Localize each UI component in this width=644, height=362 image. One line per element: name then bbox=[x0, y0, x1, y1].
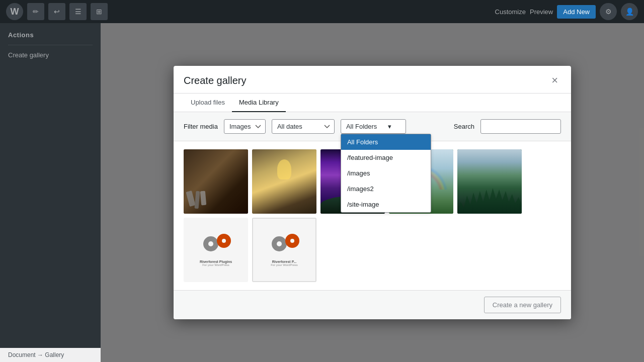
admin-bar-settings-btn[interactable]: ⚙ bbox=[600, 3, 617, 20]
modal-title: Create gallery bbox=[184, 75, 247, 86]
filter-date-select[interactable]: All dates January 2024 February 2024 bbox=[272, 119, 335, 134]
tab-upload-files[interactable]: Upload files bbox=[184, 94, 232, 112]
folder-option-images[interactable]: /images bbox=[341, 165, 431, 181]
wp-logo-text: W bbox=[11, 7, 19, 17]
admin-bar-edit-btn[interactable]: ✏ bbox=[27, 3, 44, 20]
modal-dialog: Create gallery × Upload files Media Libr… bbox=[174, 66, 571, 319]
folder-dropdown-btn[interactable]: All Folders ▾ bbox=[341, 119, 406, 134]
folder-option-all[interactable]: All Folders bbox=[341, 134, 431, 150]
modal-close-button[interactable]: × bbox=[548, 74, 561, 87]
breadcrumb: Document → Gallery bbox=[8, 351, 64, 358]
modal-tabs: Upload files Media Library bbox=[174, 94, 571, 112]
modal-footer: Create a new gallery bbox=[174, 290, 571, 319]
create-new-gallery-button[interactable]: Create a new gallery bbox=[484, 297, 561, 313]
admin-bar-add-new-btn[interactable]: Add New bbox=[557, 5, 596, 19]
admin-bar-undo-btn[interactable]: ↩ bbox=[48, 3, 65, 20]
filter-row: Filter media Images Audio Video All date… bbox=[174, 112, 571, 141]
sidebar-item-create-gallery[interactable]: Create gallery bbox=[0, 47, 101, 63]
folder-option-images2[interactable]: /images2 bbox=[341, 181, 431, 197]
filter-type-select[interactable]: Images Audio Video bbox=[224, 119, 266, 134]
folder-option-featured[interactable]: /featured-image bbox=[341, 150, 431, 165]
tab-media-library[interactable]: Media Library bbox=[232, 94, 286, 112]
admin-bar-preview-text: Preview bbox=[530, 8, 553, 16]
media-thumb-tools[interactable] bbox=[184, 149, 248, 214]
media-thumb-forest[interactable] bbox=[457, 149, 522, 214]
search-label: Search bbox=[454, 123, 474, 130]
admin-bar-layout-btn[interactable]: ⊞ bbox=[91, 3, 108, 20]
search-input[interactable] bbox=[480, 119, 561, 134]
media-thumb-logo1[interactable]: Riverforest Plugins For your WordPress bbox=[184, 218, 248, 282]
media-thumb-bulb[interactable] bbox=[252, 149, 316, 214]
folder-dropdown-list: All Folders /featured-image /images /ima… bbox=[341, 134, 431, 213]
wp-logo[interactable]: W bbox=[6, 3, 23, 20]
modal-header: Create gallery × bbox=[174, 66, 571, 94]
sidebar-actions-header: Actions bbox=[0, 27, 101, 43]
sidebar: Actions Create gallery bbox=[0, 23, 101, 362]
folder-chevron-icon: ▾ bbox=[388, 123, 391, 130]
admin-bar: W ✏ ↩ ☰ ⊞ Customize Preview Add New ⚙ 👤 bbox=[0, 0, 644, 23]
folder-selected-label: All Folders bbox=[346, 123, 377, 130]
media-thumb-logo2[interactable]: Riverforest P... For your WordPress bbox=[252, 218, 316, 282]
folder-dropdown-wrapper: All Folders ▾ All Folders /featured-imag… bbox=[341, 119, 406, 134]
sidebar-divider bbox=[8, 45, 93, 45]
admin-bar-media-btn[interactable]: ☰ bbox=[69, 3, 87, 20]
folder-option-site-image[interactable]: /site-image bbox=[341, 197, 431, 212]
admin-bar-user-btn[interactable]: 👤 bbox=[621, 3, 638, 20]
modal-container: Create gallery × Upload files Media Libr… bbox=[101, 23, 644, 362]
filter-media-label: Filter media bbox=[184, 123, 218, 130]
admin-bar-customize-text: Customize bbox=[495, 8, 526, 16]
